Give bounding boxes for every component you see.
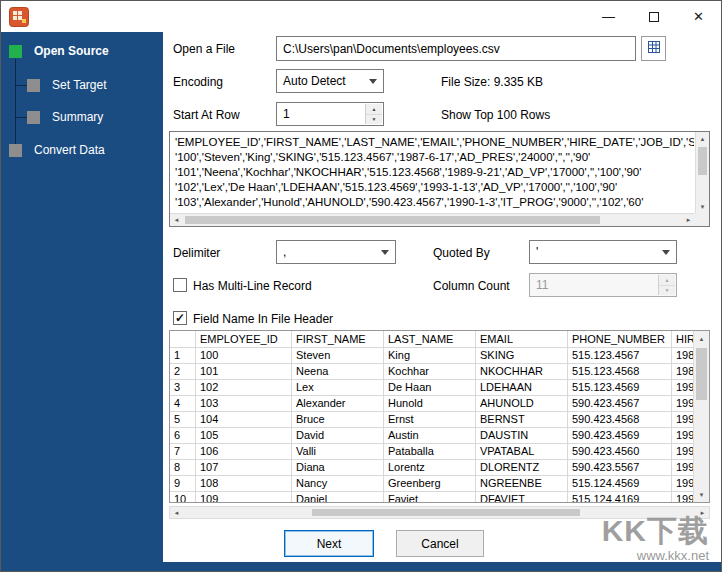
cell: 109 [196,492,292,502]
table-row[interactable]: 1100StevenKingSKING515.123.45671987 [170,348,695,364]
row-number: 1 [170,348,196,364]
scroll-down-icon[interactable]: ▼ [694,487,709,502]
step-connector-line [15,59,16,144]
cell: 590.423.4568 [568,412,672,428]
cell: 103 [196,396,292,412]
browse-file-icon [646,39,662,58]
next-button[interactable]: Next [284,530,374,557]
scrollbar-track[interactable] [183,214,682,226]
cancel-button[interactable]: Cancel [396,530,484,557]
table-row[interactable]: 2101NeenaKochharNKOCHHAR515.123.45681989 [170,364,695,380]
delimiter-select[interactable]: , [276,240,396,264]
table-row[interactable]: 8107DianaLorentzDLORENTZ590.423.55671999 [170,460,695,476]
grid-body: 1100StevenKingSKING515.123.456719872101N… [170,348,695,502]
quoted-by-select[interactable]: ' [529,240,677,264]
table-row[interactable]: 5104BruceErnstBERNST590.423.45681991 [170,412,695,428]
encoding-value: Auto Detect [283,74,346,88]
cell: 100 [196,348,292,364]
cell: 1994 [672,476,695,492]
cell: 101 [196,364,292,380]
row-number: 10 [170,492,196,502]
scrollbar-thumb[interactable] [696,348,707,400]
column-header[interactable]: PHONE_NUMBER [568,331,672,348]
scrollbar-thumb[interactable] [312,509,580,516]
column-header[interactable]: EMPLOYEE_ID [196,331,292,348]
table-row[interactable]: 4103AlexanderHunoldAHUNOLD590.423.456719… [170,396,695,412]
column-header[interactable]: HIRE_DATE [672,331,695,348]
cell: 515.123.4568 [568,364,672,380]
scroll-left-icon[interactable]: ◄ [170,507,183,518]
browse-file-button[interactable] [641,36,666,61]
open-file-label: Open a File [173,42,235,56]
spin-up-icon[interactable]: ▲ [366,104,382,115]
preview-vertical-scrollbar[interactable]: ▲ ▼ [695,132,709,213]
step-inactive-square-icon [27,79,40,92]
column-header[interactable]: LAST_NAME [384,331,476,348]
cell: Steven [292,348,384,364]
table-row[interactable]: 9108NancyGreenbergNGREENBE515.124.456919… [170,476,695,492]
cell: Neena [292,364,384,380]
cell: Greenberg [384,476,476,492]
close-button[interactable]: ✕ [676,1,721,32]
bottom-strip [1,562,721,571]
table-row[interactable]: 10109DanielFavietDFAVIET515.124.41691994 [170,492,695,502]
scrollbar-thumb[interactable] [698,147,707,175]
row-number: 7 [170,444,196,460]
multi-line-record-label: Has Multi-Line Record [193,279,312,293]
row-number: 4 [170,396,196,412]
scrollbar-thumb[interactable] [185,216,600,224]
cell: 1989 [672,364,695,380]
grid-vertical-scrollbar[interactable]: ▲ ▼ [693,331,709,502]
grid-horizontal-scrollbar[interactable]: ◄ ► [169,506,710,519]
sidebar-step-summary[interactable]: Summary [27,111,103,124]
quoted-by-label: Quoted By [433,246,490,260]
scroll-up-icon[interactable]: ▲ [696,132,709,145]
row-number: 9 [170,476,196,492]
cell: 515.124.4169 [568,492,672,502]
field-name-header-checkbox[interactable]: ✓ [173,311,187,325]
chevron-down-icon [657,242,675,262]
scroll-down-icon[interactable]: ▼ [696,200,709,213]
cell: Ernst [384,412,476,428]
sidebar-step-open-source[interactable]: Open Source [9,45,109,58]
scroll-left-icon[interactable]: ◄ [170,214,183,226]
encoding-select[interactable]: Auto Detect [276,69,384,93]
table-row[interactable]: 7106ValliPataballaVPATABAL590.423.456019… [170,444,695,460]
preview-horizontal-scrollbar[interactable]: ◄ ► [170,213,695,226]
app-icon [9,7,29,27]
row-number: 6 [170,428,196,444]
start-at-row-stepper[interactable]: 1 ▲ ▼ [276,102,384,126]
sidebar-step-convert-data[interactable]: Convert Data [9,144,105,157]
cell: LDEHAAN [476,380,568,396]
cell: 515.124.4569 [568,476,672,492]
scroll-up-icon[interactable]: ▲ [694,331,709,346]
step-connector-line [15,117,27,118]
multi-line-record-checkbox[interactable] [173,278,187,292]
cell: Austin [384,428,476,444]
spin-down-icon[interactable]: ▼ [366,115,382,125]
table-row[interactable]: 3102LexDe HaanLDEHAAN515.123.45691993 [170,380,695,396]
cell: 107 [196,460,292,476]
check-icon: ✓ [174,312,186,324]
file-path-input[interactable] [276,36,636,61]
column-header[interactable]: EMAIL [476,331,568,348]
csv-raw-preview[interactable]: 'EMPLOYEE_ID','FIRST_NAME','LAST_NAME','… [169,131,710,227]
cell: Pataballa [384,444,476,460]
cell: AHUNOLD [476,396,568,412]
column-header[interactable]: FIRST_NAME [292,331,384,348]
maximize-button[interactable] [631,1,676,32]
minimize-button[interactable]: — [586,1,631,32]
cell: Nancy [292,476,384,492]
step-connector-line [15,85,27,86]
cell: NKOCHHAR [476,364,568,380]
sidebar-step-set-target[interactable]: Set Target [27,79,106,92]
close-icon: ✕ [693,9,704,24]
scroll-right-icon[interactable]: ► [682,214,695,226]
scroll-right-icon[interactable]: ► [696,507,709,518]
table-row[interactable]: 6105DavidAustinDAUSTIN590.423.45691997 [170,428,695,444]
cell: King [384,348,476,364]
delimiter-label: Delimiter [173,246,220,260]
titlebar[interactable]: — ✕ [1,1,721,32]
file-size-text: File Size: 9.335 KB [441,75,543,89]
scrollbar-track[interactable] [183,507,696,518]
